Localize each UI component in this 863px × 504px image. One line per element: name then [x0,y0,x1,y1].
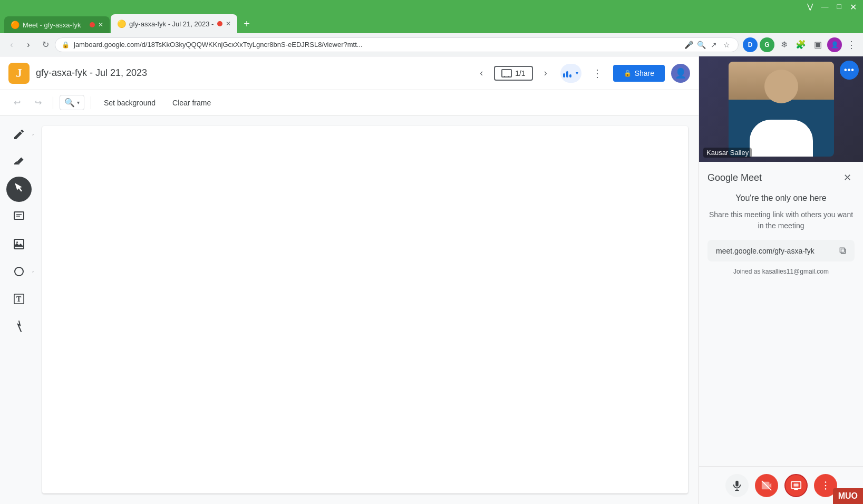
svg-point-18 [825,481,826,483]
pen-tool-button[interactable]: › [6,122,32,147]
meet-video-feed: ••• Kausar Salley [699,56,863,162]
joined-as-text: Joined as kasallies11@gmail.com [707,268,855,275]
prev-page-button[interactable]: ‹ [473,65,490,82]
svg-point-19 [825,484,826,486]
svg-point-20 [825,488,826,490]
meet-more-options-button[interactable]: ••• [840,61,859,80]
svg-text:T: T [16,295,22,303]
jamboard-recording-dot [217,21,222,26]
jamboard-title: gfy-asxa-fyk - Jul 21, 2023 [36,67,467,79]
select-tool-button[interactable] [6,177,32,202]
muo-watermark: MUO [833,488,863,504]
search-icon[interactable]: 🔍 [696,40,706,50]
eraser-tool-button[interactable] [6,149,32,175]
browser-frame: ⋁ — □ ✕ 🟠 Meet - gfy-asxa-fyk ✕ 🟡 gfy-as… [0,0,863,504]
meet-close-button[interactable]: ✕ [840,170,855,185]
jamboard-tab-close[interactable]: ✕ [226,20,231,27]
jamboard-tab-title: gfy-asxa-fyk - Jul 21, 2023 - [129,20,214,28]
undo-button[interactable]: ↩ [8,94,25,111]
share-invite-text: Share this meeting link with others you … [707,209,855,231]
snowflake-icon[interactable]: ❄ [777,37,791,52]
forward-button[interactable]: › [21,37,36,52]
list-windows-control[interactable]: ⋁ [807,2,813,12]
user-avatar[interactable]: 👤 [671,64,690,83]
meet-tab-favicon: 🟠 [11,21,20,29]
text-tool-button[interactable]: T [6,286,32,312]
mic-button[interactable] [725,474,749,497]
meet-link-text: meet.google.com/gfy-asxa-fyk [716,247,814,255]
jamboard-tab-favicon: 🟡 [117,20,126,28]
clear-frame-button[interactable]: Clear frame [166,95,217,110]
whiteboard-canvas[interactable] [42,126,688,493]
svg-rect-12 [735,480,739,486]
user-profile-icon[interactable]: 👤 [827,37,842,52]
svg-rect-7 [14,239,24,249]
svg-rect-0 [502,70,511,77]
shapes-tool-button[interactable]: › [6,259,32,284]
only-here-text: You're the only one here [707,193,855,203]
svg-rect-17 [793,483,798,487]
meet-tab-close[interactable]: ✕ [98,21,103,28]
share-button[interactable]: 🔒 Share [613,65,665,82]
minimize-control[interactable]: — [821,2,829,12]
svg-point-9 [15,267,23,276]
laser-tool-button[interactable] [6,314,32,339]
redo-button[interactable]: ↪ [30,94,46,111]
mic-search-icon[interactable]: 🎤 [683,40,694,50]
svg-rect-4 [14,212,24,219]
ext-d-icon[interactable]: D [743,37,758,52]
next-page-button[interactable]: › [537,65,554,82]
page-indicator: 1/1 [494,66,532,81]
screen-share-button[interactable] [784,474,808,497]
tab-jamboard[interactable]: 🟡 gfy-asxa-fyk - Jul 21, 2023 - ✕ [111,14,237,33]
tab-meet[interactable]: 🟠 Meet - gfy-asxa-fyk ✕ [4,16,110,33]
meet-recording-dot [90,22,95,27]
jamboard-logo: J [8,63,30,84]
set-background-button[interactable]: Set background [98,95,162,110]
more-options-button[interactable]: ⋮ [588,64,607,83]
participant-name-label: Kausar Salley [703,148,752,158]
activity-button[interactable]: ▾ [560,64,581,83]
lock-icon: 🔒 [62,41,70,49]
sticky-note-tool-button[interactable] [6,204,32,229]
zoom-control[interactable]: 🔍 ▾ [60,95,84,110]
ext-g-icon[interactable]: G [760,37,774,52]
back-button[interactable]: ‹ [4,37,19,52]
meet-link-box[interactable]: meet.google.com/gfy-asxa-fyk ⧉ [707,240,855,261]
meet-dots-icon: ••• [844,65,855,75]
chrome-menu-icon[interactable]: ⋮ [844,37,859,52]
screen-ext-icon[interactable]: ▣ [810,37,825,52]
maximize-control[interactable]: □ [837,2,841,12]
image-tool-button[interactable] [6,231,32,257]
share-page-icon[interactable]: ↗ [709,40,719,50]
share-lock-icon: 🔒 [624,70,632,77]
copy-link-icon[interactable]: ⧉ [839,245,846,256]
zoom-arrow-icon: ▾ [77,100,80,105]
refresh-button[interactable]: ↻ [38,37,53,52]
meet-panel-title: Google Meet [707,172,762,183]
svg-point-8 [16,241,18,243]
bookmark-icon[interactable]: ☆ [721,40,732,50]
close-control[interactable]: ✕ [850,2,857,12]
address-url: jamboard.google.com/d/18TsKkO3kyQQQWKKnj… [74,41,679,49]
cam-off-button[interactable] [755,474,778,497]
puzzle-ext-icon[interactable]: 🧩 [793,37,808,52]
new-tab-button[interactable]: + [238,15,255,32]
meet-tab-title: Meet - gfy-asxa-fyk [23,21,86,29]
